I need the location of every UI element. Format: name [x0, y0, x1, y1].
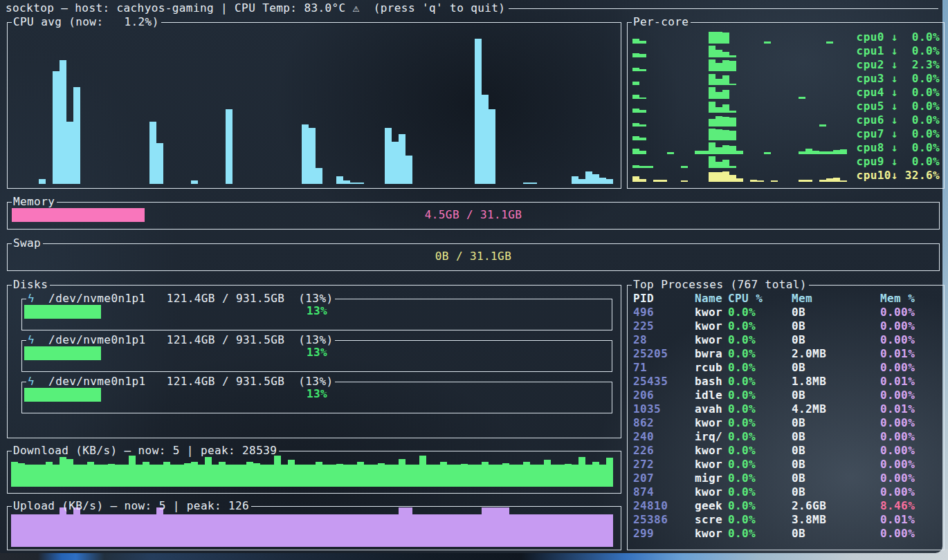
history-bar — [60, 507, 66, 547]
per-core-row-cpu6: cpu6 ↓ 0.0% — [632, 113, 940, 127]
history-bar — [143, 514, 149, 547]
spark-bar — [632, 68, 639, 71]
process-row: 25386scre0.0%3.8MB0.01% — [628, 513, 944, 527]
spark-bar — [709, 156, 715, 168]
history-bar — [18, 514, 25, 547]
process-pid: 225 — [633, 319, 695, 333]
window-title-bar: socktop — host: cachyos-gaming | CPU Tem… — [6, 1, 938, 15]
history-bar — [475, 465, 482, 487]
spark-bar — [639, 124, 646, 127]
processes-panel: Top Processes (767 total) PID Name CPU %… — [627, 285, 945, 550]
spark-bar — [729, 146, 736, 154]
history-bar — [585, 514, 592, 547]
spark-bar — [736, 151, 743, 154]
disk-item: ϟ /dev/nvme0n1p1 121.4GB / 931.5GB (13%)… — [21, 382, 612, 413]
history-bar — [475, 39, 482, 184]
history-bar — [108, 464, 115, 487]
upload-title-text: Upload (KB/s) — now: 5 | peak: 126 — [12, 499, 251, 513]
history-bar — [405, 465, 412, 487]
history-bar — [239, 465, 246, 487]
process-name: kwor — [695, 416, 728, 430]
process-pid: 299 — [633, 527, 695, 541]
spark-bar — [819, 151, 826, 154]
spark-bar — [722, 32, 729, 44]
per-core-title-text: Per-core — [632, 15, 691, 29]
history-bar — [149, 122, 156, 184]
process-cpu: 0.0% — [728, 444, 792, 458]
process-mem-pct: 0.01% — [880, 347, 938, 361]
spark-bar — [709, 129, 715, 140]
process-mem: 0B — [792, 319, 880, 333]
history-bar — [378, 463, 385, 487]
process-mem-pct: 0.00% — [880, 319, 938, 333]
process-name: geek — [695, 499, 728, 513]
disk-icon: ϟ — [28, 375, 35, 388]
process-mem: 0B — [792, 416, 880, 430]
process-row: 272kwor0.0%0B0.00% — [628, 458, 944, 472]
history-bar — [426, 514, 433, 547]
disk-list: ϟ /dev/nvme0n1p1 121.4GB / 931.5GB (13%)… — [8, 299, 621, 413]
core-label: cpu4 ↓ 0.0% — [857, 86, 940, 100]
cpu-avg-panel: CPU avg (now: 1.2%) — [7, 22, 621, 189]
history-bar — [572, 176, 578, 184]
spark-bar — [709, 102, 715, 113]
history-bar — [309, 465, 316, 487]
process-mem-pct: 8.46% — [880, 499, 938, 513]
history-bar — [357, 514, 364, 547]
spark-bar — [729, 61, 736, 71]
history-bar — [122, 465, 129, 487]
history-bar — [53, 514, 60, 547]
core-label: cpu8 ↓ 0.0% — [857, 141, 940, 155]
history-bar — [516, 514, 523, 547]
spark-bar — [826, 151, 833, 154]
history-bar — [447, 465, 454, 487]
spark-bar — [639, 110, 646, 113]
process-pid: 226 — [633, 444, 695, 458]
spark-bar — [632, 149, 639, 154]
process-mem-pct: 0.00% — [880, 333, 938, 347]
process-cpu: 0.0% — [728, 458, 792, 472]
history-bar — [343, 465, 350, 487]
process-name: kwor — [695, 306, 728, 319]
history-bar — [73, 507, 80, 547]
memory-title-text: Memory — [12, 195, 57, 209]
spark-bar — [709, 74, 715, 85]
process-cpu: 0.0% — [728, 416, 792, 430]
history-bar — [322, 465, 329, 487]
spark-bar — [722, 52, 729, 57]
spark-bar — [709, 172, 715, 182]
history-bar — [343, 180, 350, 184]
process-pid: 207 — [633, 472, 695, 485]
core-sparkline — [632, 114, 847, 127]
core-sparkline — [632, 100, 847, 113]
history-bar — [219, 514, 226, 547]
per-core-row-cpu3: cpu3 ↓ 0.0% — [632, 72, 940, 86]
spark-bar — [764, 41, 771, 44]
history-bar — [149, 514, 156, 547]
history-bar — [309, 128, 316, 184]
memory-usage-text: 4.5GB / 31.1GB — [8, 208, 939, 222]
spark-bar — [715, 63, 722, 71]
history-bar — [558, 465, 565, 487]
history-bar — [212, 514, 219, 547]
spark-bar — [632, 39, 639, 44]
history-bar — [260, 514, 267, 547]
history-bar — [350, 514, 357, 547]
history-bar — [592, 462, 599, 487]
spark-bar — [632, 165, 639, 168]
history-bar — [101, 465, 108, 487]
history-bar — [482, 507, 489, 547]
history-bar — [378, 514, 385, 547]
process-cpu: 0.0% — [728, 361, 792, 375]
process-mem-pct: 0.00% — [880, 444, 938, 458]
history-bar — [371, 514, 378, 547]
history-bar — [32, 465, 39, 487]
history-bar — [205, 514, 212, 547]
history-bar — [578, 457, 585, 487]
history-bar — [316, 514, 322, 547]
spark-bar — [709, 87, 715, 99]
per-core-row-cpu10: cpu10↓ 32.6% — [632, 169, 940, 183]
process-pid: 874 — [633, 485, 695, 499]
history-bar — [156, 507, 163, 547]
history-bar — [87, 514, 94, 547]
